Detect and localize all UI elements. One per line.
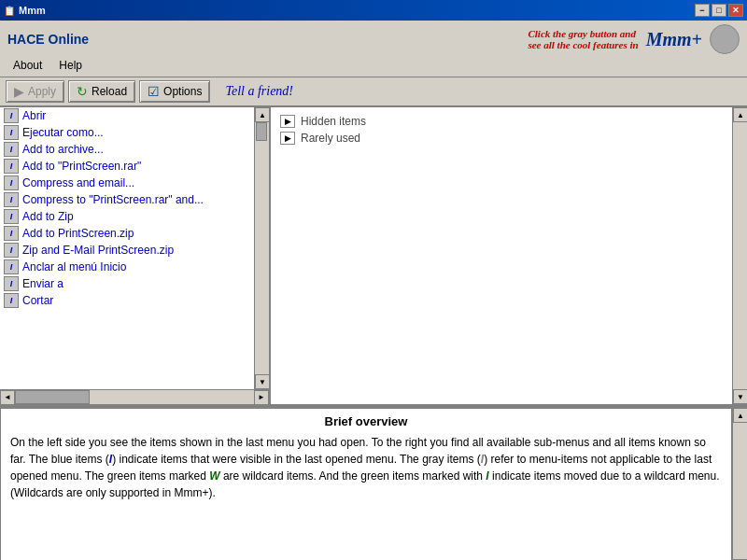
hscroll-right[interactable]: ►: [254, 390, 269, 405]
main-content: I Abrir I Ejecutar como... I Add to arch…: [0, 107, 747, 406]
list-item-text: Compress to "PrintScreen.rar" and...: [22, 193, 204, 206]
list-item-text: Add to PrintScreen.zip: [22, 227, 134, 240]
reload-label: Reload: [92, 85, 127, 98]
list-item-icon: I: [4, 159, 19, 174]
right-scroll-down[interactable]: ▼: [733, 389, 747, 404]
promo-line1: Click the gray button and: [528, 28, 638, 39]
list-vscrollbar[interactable]: ▲ ▼: [254, 107, 269, 389]
list-item-icon: I: [4, 226, 19, 241]
menu-about[interactable]: About: [6, 57, 49, 74]
right-item-text: Rarely used: [301, 132, 360, 145]
menu-help[interactable]: Help: [51, 57, 90, 74]
hscroll-left[interactable]: ◄: [0, 390, 15, 405]
list-item-icon: I: [4, 142, 19, 157]
list-item[interactable]: I Add to Zip: [0, 208, 254, 225]
overview-panel: Brief overview On the left side you see …: [0, 406, 747, 560]
list-item[interactable]: I Cortar: [0, 292, 254, 309]
minimize-button[interactable]: −: [695, 4, 710, 17]
brand-row: HACE Online Click the gray button and se…: [4, 22, 743, 56]
title-bar: 📋 Mmm − □ ✕: [0, 0, 747, 21]
list-item-text: Add to Zip: [22, 210, 74, 223]
list-item-icon: I: [4, 175, 19, 190]
overview-normal: are wildcard items. And the green items …: [220, 469, 486, 483]
list-item-icon: I: [4, 259, 19, 274]
folder-icon: ▶: [280, 132, 295, 145]
list-scroll-down[interactable]: ▼: [255, 374, 269, 389]
overview-bold-green: W: [209, 469, 219, 483]
app-icon: 📋: [4, 6, 15, 16]
list-item[interactable]: I Compress and email...: [0, 175, 254, 191]
options-icon: ☑: [148, 84, 160, 99]
list-item-icon: I: [4, 276, 19, 291]
title-bar-text: Mmm: [19, 5, 46, 16]
list-item-icon: I: [4, 125, 19, 140]
list-item-icon: I: [4, 108, 19, 123]
right-item-text: Hidden items: [301, 115, 366, 128]
menu-bar: About Help: [4, 56, 743, 75]
list-item-text: Add to "PrintScreen.rar": [22, 160, 141, 173]
overview-text: On the left side you see the items shown…: [10, 434, 722, 501]
options-button[interactable]: ☑ Options: [139, 80, 210, 103]
list-item[interactable]: I Add to "PrintScreen.rar": [0, 158, 254, 175]
list-item[interactable]: I Anclar al menú Inicio: [0, 259, 254, 275]
list-item-icon: I: [4, 243, 19, 258]
list-item[interactable]: I Zip and E-Mail PrintScreen.zip: [0, 242, 254, 259]
right-panel-wrapper: ▶ Hidden items ▶ Rarely used ▲ ▼: [271, 107, 747, 404]
list-item[interactable]: I Abrir: [0, 107, 254, 124]
overview-title: Brief overview: [10, 414, 722, 428]
brand-logo[interactable]: Mmm+: [646, 29, 702, 50]
apply-label: Apply: [28, 85, 56, 98]
toolbar: ▶ Apply ↻ Reload ☑ Options Tell a friend…: [0, 77, 747, 107]
circle-button[interactable]: [710, 24, 740, 54]
left-panel: I Abrir I Ejecutar como... I Add to arch…: [0, 107, 271, 404]
list-item-icon: I: [4, 192, 19, 207]
reload-icon: ↻: [77, 84, 88, 99]
title-bar-buttons: − □ ✕: [695, 4, 743, 17]
list-item[interactable]: I Add to PrintScreen.zip: [0, 225, 254, 242]
list-item[interactable]: I Add to archive...: [0, 141, 254, 158]
list-item-icon: I: [4, 293, 19, 308]
list-item-text: Ejecutar como...: [22, 126, 104, 139]
list-hscrollbar[interactable]: ◄ ►: [0, 389, 269, 404]
right-panel: ▶ Hidden items ▶ Rarely used: [271, 107, 732, 404]
app-header: HACE Online Click the gray button and se…: [0, 21, 747, 77]
list-container[interactable]: I Abrir I Ejecutar como... I Add to arch…: [0, 107, 254, 389]
right-scroll-up[interactable]: ▲: [733, 107, 747, 122]
apply-button[interactable]: ▶ Apply: [6, 80, 64, 103]
right-panel-item[interactable]: ▶ Rarely used: [276, 130, 726, 147]
list-item-text: Zip and E-Mail PrintScreen.zip: [22, 244, 174, 257]
list-scroll-up[interactable]: ▲: [255, 107, 269, 122]
overview-vscrollbar[interactable]: ▲ ▼: [732, 408, 747, 560]
overview-scroll-up[interactable]: ▲: [733, 408, 747, 423]
brand-title: HACE Online: [7, 32, 89, 47]
list-item-text: Anclar al menú Inicio: [22, 260, 126, 273]
list-item[interactable]: I Enviar a: [0, 275, 254, 292]
reload-button[interactable]: ↻ Reload: [68, 80, 135, 103]
list-item[interactable]: I Compress to "PrintScreen.rar" and...: [0, 191, 254, 208]
list-item-icon: I: [4, 209, 19, 224]
list-item[interactable]: I Ejecutar como...: [0, 124, 254, 141]
maximize-button[interactable]: □: [712, 4, 726, 17]
close-button[interactable]: ✕: [728, 4, 743, 17]
list-item-text: Add to archive...: [22, 143, 104, 156]
folder-icon: ▶: [280, 115, 295, 128]
tell-friend-link[interactable]: Tell a friend!: [225, 84, 293, 99]
list-item-text: Enviar a: [22, 277, 63, 290]
options-label: Options: [163, 85, 202, 98]
promo-line2: see all the cool features in: [528, 39, 638, 50]
list-item-text: Cortar: [22, 294, 53, 307]
list-item-text: Compress and email...: [22, 176, 134, 189]
list-item-text: Abrir: [22, 109, 46, 122]
overview-content: Brief overview On the left side you see …: [0, 408, 732, 560]
apply-icon: ▶: [14, 84, 24, 99]
right-vscrollbar[interactable]: ▲ ▼: [732, 107, 747, 404]
right-panel-item[interactable]: ▶ Hidden items: [276, 113, 726, 130]
overview-normal: ) indicate items that were visible in th…: [112, 453, 481, 466]
